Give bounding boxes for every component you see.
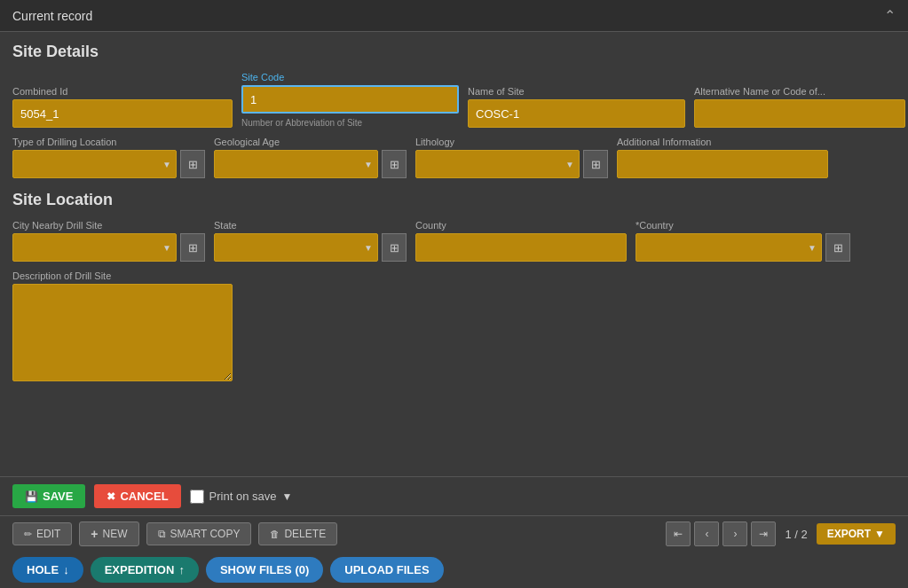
next-page-button[interactable]: › [722,521,747,546]
additional-info-input[interactable] [617,150,828,178]
print-on-save-label: Print on save [209,490,277,503]
type-drilling-grid-btn[interactable]: ⊞ [180,150,205,178]
geo-age-group: Geological Age ▼ ⊞ [214,137,407,178]
site-code-group: Site Code Number or Abbreviation of Site [241,72,459,128]
type-drilling-select[interactable] [12,150,177,178]
city-select[interactable] [12,233,177,262]
state-label: State [214,220,407,231]
state-grid-btn[interactable]: ⊞ [382,233,407,262]
additional-info-group: Additional Information [617,137,828,178]
country-group: *Country ▼ ⊞ [636,220,850,262]
nav-buttons-bar: HOLE EXPEDITION SHOW FILES (0) UPLOAD FI… [0,552,908,588]
lithology-group: Lithology ▼ ⊞ [415,137,608,178]
pagination-text: 1 / 2 [779,528,812,541]
geo-age-label: Geological Age [214,137,407,147]
new-icon [91,527,98,541]
site-code-label: Site Code [241,72,459,82]
lithology-grid-btn[interactable]: ⊞ [583,150,608,178]
geo-age-select[interactable] [214,150,378,178]
new-button[interactable]: NEW [79,521,138,546]
site-code-sublabel: Number or Abbreviation of Site [241,118,459,128]
edit-label: EDIT [36,528,60,540]
expedition-button[interactable]: EXPEDITION [91,557,199,583]
edit-button[interactable]: EDIT [12,522,72,545]
current-record-title: Current record [12,9,92,23]
expedition-up-arrow-icon [178,563,185,576]
save-button[interactable]: SAVE [12,484,85,508]
city-label: City Nearby Drill Site [12,220,205,231]
description-label: Description of Drill Site [12,270,233,281]
cancel-button[interactable]: CANCEL [94,484,180,508]
city-group: City Nearby Drill Site ▼ ⊞ [12,220,205,262]
new-label: NEW [103,528,128,540]
additional-info-label: Additional Information [617,137,828,147]
cancel-label: CANCEL [120,490,168,503]
name-of-site-group: Name of Site [468,86,685,128]
print-dropdown-arrow-icon[interactable]: ▼ [281,490,292,503]
type-drilling-group: Type of Drilling Location ▼ ⊞ [12,137,205,178]
toolbar-bar: EDIT NEW SMART COPY DELETE ⇤ ‹ › ⇥ 1 / 2… [0,516,908,552]
pagination-group: ⇤ ‹ › ⇥ 1 / 2 EXPORT ▼ [666,521,896,546]
print-on-save-group: Print on save ▼ [190,490,293,504]
smart-copy-label: SMART COPY [170,528,241,540]
site-location-row1: City Nearby Drill Site ▼ ⊞ State [12,220,896,262]
site-location-row2: Description of Drill Site [12,270,896,381]
site-location-section: Site Location City Nearby Drill Site ▼ ⊞ [12,191,896,381]
show-files-label: SHOW FILES (0) [220,563,309,576]
header-bar: Current record ⌃ [0,0,908,32]
alt-name-label: Alternative Name or Code of... [694,86,905,97]
county-group: County [415,220,627,262]
edit-icon [24,528,32,540]
delete-label: DELETE [284,528,326,540]
site-location-heading: Site Location [12,191,896,209]
description-group: Description of Drill Site [12,270,233,381]
upload-files-label: UPLOAD FILES [344,563,429,576]
country-grid-btn[interactable]: ⊞ [825,233,850,262]
alt-name-group: Alternative Name or Code of... [694,86,905,128]
combined-id-group: Combined Id [12,86,233,128]
save-icon [25,490,38,503]
geo-age-grid-btn[interactable]: ⊞ [382,150,407,178]
smart-copy-button[interactable]: SMART COPY [146,522,252,545]
alt-name-input[interactable] [694,99,905,128]
city-grid-btn[interactable]: ⊞ [180,233,205,262]
hole-label: HOLE [27,563,59,576]
state-group: State ▼ ⊞ [214,220,407,262]
export-button[interactable]: EXPORT ▼ [817,523,896,545]
show-files-button[interactable]: SHOW FILES (0) [206,557,323,583]
description-textarea[interactable] [12,284,233,381]
name-of-site-input[interactable] [468,99,685,128]
name-of-site-label: Name of Site [468,86,685,97]
country-select[interactable] [636,233,822,262]
expedition-label: EXPEDITION [105,563,175,576]
site-details-heading: Site Details [12,43,896,61]
site-code-input[interactable] [241,85,459,114]
combined-id-input[interactable] [12,99,233,128]
hole-button[interactable]: HOLE [12,557,83,583]
country-label: *Country [636,220,850,231]
county-label: County [415,220,627,231]
collapse-icon[interactable]: ⌃ [884,7,896,24]
print-on-save-checkbox[interactable] [190,490,204,504]
upload-files-button[interactable]: UPLOAD FILES [330,557,443,583]
combined-id-label: Combined Id [12,86,233,97]
county-input[interactable] [415,233,627,262]
export-label: EXPORT [827,528,871,540]
action-bar: SAVE CANCEL Print on save ▼ [0,477,908,516]
delete-icon [270,528,280,540]
delete-button[interactable]: DELETE [258,522,337,545]
prev-page-button[interactable]: ‹ [694,521,719,546]
copy-icon [158,528,166,540]
first-page-button[interactable]: ⇤ [666,521,691,546]
export-arrow-icon: ▼ [874,528,885,540]
cancel-icon [107,490,115,503]
bottom-section: SAVE CANCEL Print on save ▼ EDIT NEW SMA… [0,476,908,588]
save-label: SAVE [43,490,73,503]
state-select[interactable] [214,233,378,262]
hole-down-arrow-icon [63,563,69,576]
main-content: Site Details Combined Id Site Code Numbe… [0,32,908,401]
type-drilling-label: Type of Drilling Location [12,137,205,147]
lithology-select[interactable] [415,150,580,178]
lithology-label: Lithology [415,137,608,147]
last-page-button[interactable]: ⇥ [751,521,776,546]
